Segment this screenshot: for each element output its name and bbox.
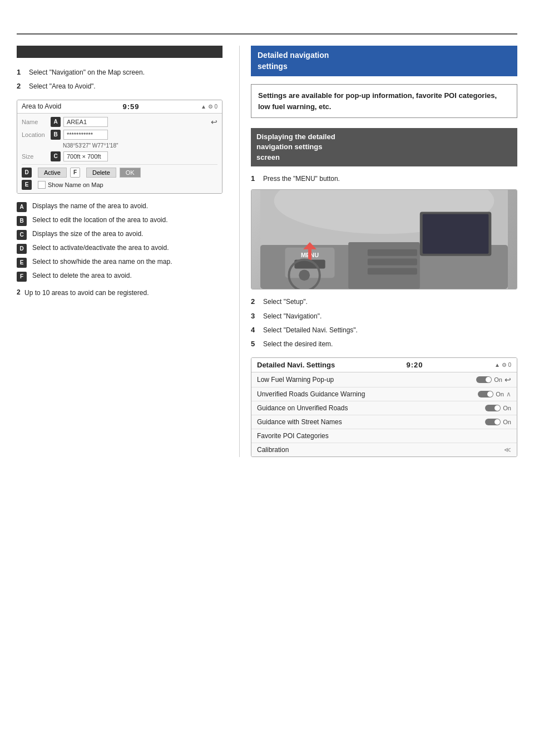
screen-size-row: Size C 700ft × 700ft	[22, 151, 217, 161]
info-box: Settings are available for pop-up inform…	[251, 84, 517, 118]
right-step-5-text: Select the desired item.	[263, 340, 333, 349]
active-button[interactable]: Active	[38, 168, 67, 178]
toggle-label-1: On	[496, 391, 504, 397]
navi-screen-title: Detailed Navi. Settings	[257, 361, 335, 369]
setting-label-2: Guidance on Unverified Roads	[257, 404, 348, 412]
svg-rect-14	[368, 259, 417, 266]
svg-rect-13	[368, 249, 417, 256]
screen-time: 9:59	[123, 102, 140, 111]
step-1-text: Select "Navigation" on the Map screen.	[29, 68, 145, 77]
screen-name-row: Name A AREA1 ↩	[22, 117, 217, 127]
toggle-dot-2	[495, 405, 500, 411]
right-step-4: 4 Select "Detailed Navi. Settings".	[251, 326, 517, 335]
badge-f: F	[70, 168, 80, 178]
undo-btn-0[interactable]: ↩	[505, 375, 511, 384]
show-name-checkbox[interactable]	[38, 181, 46, 189]
left-section-header	[17, 46, 222, 58]
badge-e: E	[22, 180, 32, 190]
step-1-num: 1	[17, 68, 26, 76]
navi-screen-time: 9:20	[407, 361, 423, 369]
right-step-3-text: Select "Navigation".	[263, 312, 322, 321]
toggle-bar-2	[485, 405, 501, 411]
setting-label-3: Guidance with Street Names	[257, 418, 342, 426]
toggle-label-0: On	[494, 376, 502, 383]
page-container: 1 Select "Navigation" on the Map screen.…	[0, 0, 534, 756]
ok-button[interactable]: OK	[120, 168, 141, 178]
label-badge-f: F	[17, 272, 27, 282]
toggle-area-2: On	[485, 405, 511, 411]
right-step-1-text: Press the "MENU" button.	[263, 174, 340, 184]
label-badge-d: D	[17, 244, 27, 254]
svg-point-12	[299, 270, 310, 281]
right-step-5-num: 5	[251, 340, 260, 348]
name-input[interactable]: AREA1	[63, 117, 108, 127]
screen-icons: ▲ ⚙ 0	[201, 104, 217, 110]
car-dashboard-svg: MENU	[251, 190, 517, 289]
navi-settings-screen: Detailed Navi. Settings 9:20 ▲ ⚙ 0 Low F…	[251, 357, 517, 457]
label-item-b: B Select to edit the location of the are…	[17, 215, 222, 226]
setting-row-0[interactable]: Low Fuel Warning Pop-up On ↩	[251, 372, 517, 387]
note-row: 2 Up to 10 areas to avoid can be registe…	[17, 288, 222, 298]
label-desc-e: Select to show/hide the area name on the…	[32, 257, 172, 267]
navi-screen-header: Detailed Navi. Settings 9:20 ▲ ⚙ 0	[251, 358, 517, 372]
right-step-3: 3 Select "Navigation".	[251, 312, 517, 321]
step-2-text: Select "Area to Avoid".	[29, 82, 96, 91]
screen-location-row: Location B ***********	[22, 130, 217, 140]
svg-rect-5	[423, 214, 489, 254]
toggle-bar-0	[476, 376, 492, 383]
setting-row-1[interactable]: Unverified Roads Guidance Warning On ∧	[251, 387, 517, 401]
name-label: Name	[22, 119, 51, 125]
label-badge-b: B	[17, 216, 27, 226]
setting-label-5: Calibration	[257, 446, 289, 454]
navi-screen-icons: ▲ ⚙ 0	[495, 362, 511, 368]
badge-b: B	[51, 130, 61, 140]
location-label: Location	[22, 131, 51, 138]
label-item-e: E Select to show/hide the area name on t…	[17, 257, 222, 268]
setting-label-4: Favorite POI Categories	[257, 432, 329, 440]
delete-button[interactable]: Delete	[86, 168, 116, 178]
svg-rect-10	[308, 249, 312, 261]
right-step-4-text: Select "Detailed Navi. Settings".	[263, 326, 358, 335]
column-divider	[239, 46, 240, 457]
screen-body: Name A AREA1 ↩ Location B *********** N3…	[17, 114, 222, 193]
label-badge-a: A	[17, 202, 27, 212]
show-name-label: Show Name on Map	[48, 181, 103, 188]
toggle-bar-3	[485, 419, 501, 425]
setting-row-4[interactable]: Favorite POI Categories	[251, 429, 517, 443]
size-label: Size	[22, 153, 51, 160]
right-step-1: 1 Press the "MENU" button.	[251, 174, 517, 184]
right-step-2: 2 Select "Setup".	[251, 297, 517, 307]
note-num: 2	[17, 288, 24, 296]
right-step-4-num: 4	[251, 326, 260, 334]
screen-title-bar: Area to Avoid 9:59 ▲ ⚙ 0	[17, 100, 222, 114]
top-rule	[17, 33, 517, 35]
toggle-dot-0	[486, 377, 491, 382]
label-desc-b: Select to edit the location of the area …	[32, 215, 168, 225]
size-input[interactable]: 700ft × 700ft	[63, 151, 108, 161]
checkbox-area: Show Name on Map	[38, 181, 103, 189]
toggle-dot-1	[487, 391, 493, 397]
right-step-2-text: Select "Setup".	[263, 297, 308, 307]
car-image: MENU	[251, 189, 517, 289]
setting-row-2[interactable]: Guidance on Unverified Roads On	[251, 401, 517, 415]
toggle-dot-3	[495, 419, 500, 425]
section-header-text: Detailed navigationsettings	[258, 51, 329, 71]
setting-label-0: Low Fuel Warning Pop-up	[257, 376, 334, 384]
setting-label-1: Unverified Roads Guidance Warning	[257, 390, 365, 398]
note-text: Up to 10 areas to avoid can be registere…	[24, 288, 149, 298]
left-column: 1 Select "Navigation" on the Map screen.…	[17, 46, 234, 457]
label-desc-d: Select to activate/deactivate the area t…	[32, 243, 169, 253]
toggle-area-3: On	[485, 419, 511, 425]
setting-row-3[interactable]: Guidance with Street Names On	[251, 415, 517, 429]
screen-coords: N38°53'27" W77°1'18"	[22, 143, 217, 149]
setting-row-5[interactable]: Calibration ≪	[251, 443, 517, 456]
right-step-5: 5 Select the desired item.	[251, 340, 517, 349]
label-item-a: A Displays the name of the area to avoid…	[17, 202, 222, 212]
svg-rect-15	[368, 268, 417, 275]
undo-icon[interactable]: ↩	[211, 117, 217, 126]
location-input[interactable]: ***********	[63, 130, 108, 140]
sub-section-text: Displaying the detailednavigation settin…	[256, 132, 335, 161]
right-step-2-num: 2	[251, 297, 260, 306]
label-item-f: F Select to delete the area to avoid.	[17, 271, 222, 282]
step-2-row: 2 Select "Area to Avoid".	[17, 82, 222, 91]
